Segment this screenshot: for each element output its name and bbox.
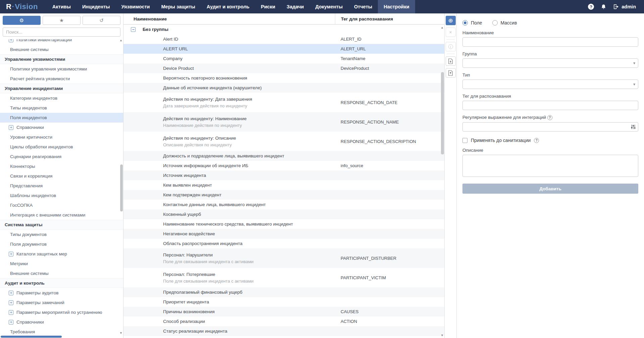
table-vscrollbar-thumb[interactable]: [441, 72, 444, 154]
type-select[interactable]: ▾: [462, 80, 638, 89]
sidebar-item[interactable]: Интеграция с внешними системами: [0, 210, 123, 220]
column-header-name[interactable]: Наименование: [123, 13, 335, 24]
sidebar-scroll-up-icon[interactable]: ▲: [119, 39, 122, 42]
sidebar-item[interactable]: Политики управления уязвимостями: [0, 64, 123, 74]
table-row[interactable]: Кем выявлен инцидент: [123, 180, 444, 190]
add-submit-button[interactable]: Добавить: [462, 184, 638, 194]
table-row[interactable]: Действия по инциденту: ОписаниеОписание …: [123, 132, 444, 151]
sidebar-item[interactable]: Представления: [0, 181, 123, 191]
sidebar-search-input[interactable]: [3, 28, 120, 37]
sidebar-item[interactable]: Шаблоны инцидентов: [0, 191, 123, 200]
table-row[interactable]: Действия по инциденту: Дата завершенияДа…: [123, 93, 444, 112]
table-row[interactable]: Наименование технического средства, выяв…: [123, 219, 444, 229]
table-row[interactable]: Device ProductDeviceProduct: [123, 63, 444, 73]
sidebar-item[interactable]: Внешние системы: [0, 269, 123, 278]
group-row[interactable]: − Без группы: [123, 25, 444, 34]
table-row[interactable]: Статус реализации инцидента: [123, 326, 444, 336]
table-row[interactable]: ALERT URLALERT_URL: [123, 44, 444, 54]
sidebar-item[interactable]: Сценарии реагирования: [0, 152, 123, 161]
table-row[interactable]: Приоритет инцидента: [123, 297, 444, 307]
tag-input[interactable]: [462, 101, 638, 110]
table-row[interactable]: Степень преднамеренности: [123, 336, 444, 338]
table-row[interactable]: Alert IDALERT_ID: [123, 34, 444, 44]
table-row[interactable]: Вероятность повторного возникновения: [123, 73, 444, 83]
table-row[interactable]: Должность и подразделение лица, выявивше…: [123, 151, 444, 161]
import-button[interactable]: [446, 68, 456, 78]
sidebar-item[interactable]: Циклы обработки инцидентов: [0, 142, 123, 152]
add-field-button[interactable]: ⊕: [446, 16, 456, 25]
collapse-icon[interactable]: −: [131, 27, 136, 32]
table-row[interactable]: Данные об источнике инцидента (нарушител…: [123, 83, 444, 93]
sidebar-item[interactable]: Уровни критичности: [0, 132, 123, 142]
table-row[interactable]: CompanyTenantName: [123, 54, 444, 63]
sidebar-item[interactable]: Категории инцидентов: [0, 93, 123, 103]
table-row[interactable]: Источник информации об инциденте ИБinfo_…: [123, 161, 444, 171]
expand-icon[interactable]: +: [9, 291, 13, 295]
regex-input[interactable]: [462, 122, 638, 132]
sidebar-item[interactable]: +Параметры мероприятий по устранению: [0, 307, 123, 317]
sidebar-item[interactable]: Связи и корреляция: [0, 171, 123, 181]
radio-field[interactable]: Поле: [462, 20, 482, 26]
nav-item-10[interactable]: Настройки: [378, 0, 415, 13]
sidebar-item[interactable]: Поля инцидентов: [0, 113, 123, 123]
name-input[interactable]: [462, 37, 638, 47]
table-row[interactable]: Кем подтвержден инцидент: [123, 190, 444, 200]
expand-icon[interactable]: +: [9, 252, 13, 256]
column-header-tag[interactable]: Тег для распознавания: [335, 13, 444, 24]
sidebar-item[interactable]: +Параметры замечаний: [0, 298, 123, 307]
sidebar-item[interactable]: Расчет рейтинга уязвимости: [0, 74, 123, 84]
tab-settings-gear[interactable]: ⚙: [3, 16, 41, 25]
regex-builder-sliders-icon[interactable]: [631, 124, 636, 131]
expand-icon[interactable]: +: [9, 310, 13, 315]
nav-item-3[interactable]: Уязвимости: [115, 0, 155, 13]
sidebar-hscrollbar-thumb[interactable]: [1, 336, 62, 338]
sidebar-item[interactable]: Типы документов: [0, 230, 123, 239]
sidebar-item[interactable]: +Справочники: [0, 123, 123, 132]
radio-array[interactable]: Массив: [492, 20, 517, 26]
sidebar-vscrollbar-thumb[interactable]: [120, 164, 123, 211]
type-select-input[interactable]: [462, 80, 638, 89]
table-row[interactable]: Область распространения инцидента: [123, 239, 444, 248]
sidebar-item[interactable]: Требования: [0, 327, 123, 337]
nav-item-8[interactable]: Документы: [309, 0, 348, 13]
tab-favorites[interactable]: ★: [43, 16, 81, 25]
help-icon[interactable]: ?: [588, 4, 594, 10]
table-row[interactable]: Источник инцидента: [123, 171, 444, 180]
nav-item-1[interactable]: Активы: [47, 0, 77, 13]
table-row[interactable]: Персонал: НарушителиПоле для связывания …: [123, 248, 444, 268]
table-row[interactable]: Негативное воздействие: [123, 229, 444, 239]
sidebar-item[interactable]: +Параметры аудитов: [0, 288, 123, 298]
table-row[interactable]: Способ реализацииACTION: [123, 317, 444, 326]
table-row[interactable]: Косвенный ущерб: [123, 209, 444, 219]
sidebar-item[interactable]: +Каталоги защитных мер: [0, 249, 123, 259]
delete-field-button[interactable]: ×: [446, 28, 456, 37]
sanitize-help-icon[interactable]: ?: [534, 138, 539, 143]
expand-icon[interactable]: +: [9, 300, 13, 305]
sidebar-item[interactable]: Метрики: [0, 259, 123, 269]
sidebar-item[interactable]: +Политики инвентаризации: [0, 39, 123, 45]
nav-item-5[interactable]: Аудит и контроль: [201, 0, 255, 13]
regex-help-icon[interactable]: ?: [547, 115, 552, 120]
sidebar-item[interactable]: ГосСОПКА: [0, 200, 123, 210]
group-select[interactable]: ▾: [462, 58, 638, 68]
info-button[interactable]: i: [446, 42, 456, 51]
nav-item-6[interactable]: Риски: [255, 0, 281, 13]
sidebar-scroll-down-icon[interactable]: ▼: [119, 332, 122, 335]
expand-icon[interactable]: +: [9, 39, 13, 42]
nav-item-7[interactable]: Задачи: [281, 0, 309, 13]
table-row[interactable]: Персонал: ПотерпевшиеПоле для связывания…: [123, 268, 444, 287]
nav-item-9[interactable]: Отчеты: [348, 0, 378, 13]
nav-item-2[interactable]: Инциденты: [77, 0, 116, 13]
export-button[interactable]: [446, 56, 456, 66]
user-menu[interactable]: admin: [613, 4, 636, 9]
table-row[interactable]: Предполагаемый финансовый ущерб: [123, 287, 444, 297]
description-textarea[interactable]: [462, 155, 638, 177]
table-row[interactable]: Контактные данные лица, выявившего инцид…: [123, 200, 444, 209]
tab-recent[interactable]: ↺: [83, 16, 120, 25]
sanitize-checkbox[interactable]: [462, 138, 467, 143]
expand-icon[interactable]: +: [9, 320, 13, 325]
sidebar-item[interactable]: Внешние системы: [0, 45, 123, 54]
sanitize-checkbox-row[interactable]: Применять до санитизации ?: [462, 138, 638, 143]
nav-item-4[interactable]: Меры защиты: [156, 0, 201, 13]
notifications-bell-icon[interactable]: [601, 4, 606, 10]
